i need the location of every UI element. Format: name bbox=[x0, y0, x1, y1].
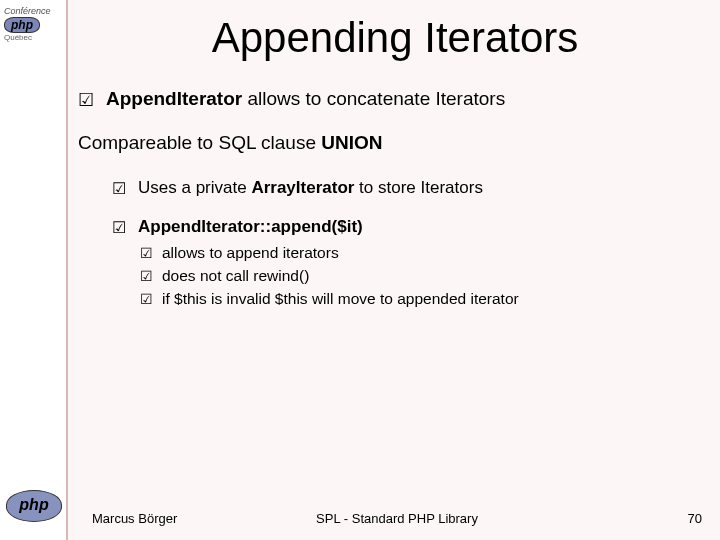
text-ss3: if $this is invalid $this will move to a… bbox=[162, 290, 519, 307]
checkbox-icon: ☑ bbox=[140, 244, 153, 263]
checkbox-icon: ☑ bbox=[78, 88, 94, 112]
checkbox-icon: ☑ bbox=[112, 217, 126, 239]
bullet-sub-2: ☑ AppendIterator::append($it) bbox=[112, 216, 700, 239]
slide-content: ☑ AppendIterator allows to concatenate I… bbox=[78, 86, 700, 312]
bullet-main-2: Compareable to SQL clause UNION bbox=[78, 130, 700, 156]
conference-region: Québec bbox=[4, 33, 100, 42]
text-append-method: AppendIterator::append($it) bbox=[138, 217, 363, 236]
checkbox-icon: ☑ bbox=[140, 267, 153, 286]
conference-word: Conférence bbox=[4, 6, 100, 16]
bullet-sub-1: ☑ Uses a private ArrayIterator to store … bbox=[112, 177, 700, 200]
checkbox-icon: ☑ bbox=[112, 178, 126, 200]
footer: Marcus Börger SPL - Standard PHP Library… bbox=[92, 511, 702, 526]
subsub-list: ☑ allows to append iterators ☑ does not … bbox=[140, 243, 700, 310]
text-s1-post: to store Iterators bbox=[354, 178, 483, 197]
php-badge-icon: php bbox=[4, 17, 40, 33]
sub-list: ☑ Uses a private ArrayIterator to store … bbox=[112, 177, 700, 310]
bullet-subsub-2: ☑ does not call rewind() bbox=[140, 266, 700, 287]
bullet-subsub-3: ☑ if $this is invalid $this will move to… bbox=[140, 289, 700, 310]
slide-title: Appending Iterators bbox=[90, 14, 700, 62]
bullet-main-1: ☑ AppendIterator allows to concatenate I… bbox=[78, 86, 700, 112]
text-arrayiterator: ArrayIterator bbox=[251, 178, 354, 197]
footer-title: SPL - Standard PHP Library bbox=[92, 511, 702, 526]
text-appenditerator: AppendIterator bbox=[106, 88, 242, 109]
text-ss1: allows to append iterators bbox=[162, 244, 339, 261]
text-union: UNION bbox=[321, 132, 382, 153]
footer-author: Marcus Börger bbox=[92, 511, 177, 526]
conference-logo: Conférence php Québec bbox=[4, 6, 100, 58]
footer-page-number: 70 bbox=[688, 511, 702, 526]
left-stripe bbox=[0, 0, 68, 540]
text-l1-post: allows to concatenate Iterators bbox=[242, 88, 505, 109]
bullet-subsub-1: ☑ allows to append iterators bbox=[140, 243, 700, 264]
text-s1-pre: Uses a private bbox=[138, 178, 251, 197]
text-l2-pre: Compareable to SQL clause bbox=[78, 132, 321, 153]
slide: Conférence php Québec php Appending Iter… bbox=[0, 0, 720, 540]
php-logo-icon: php bbox=[6, 490, 62, 522]
checkbox-icon: ☑ bbox=[140, 290, 153, 309]
text-ss2: does not call rewind() bbox=[162, 267, 309, 284]
